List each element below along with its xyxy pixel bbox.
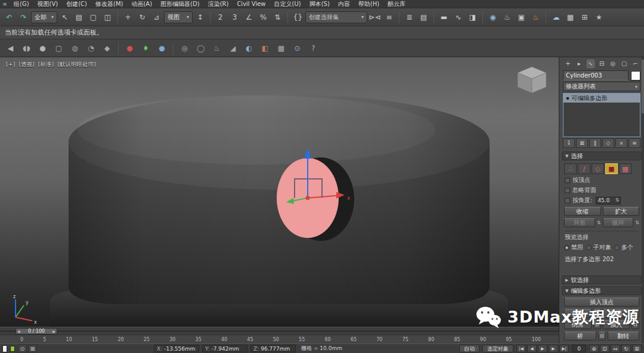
ribbon-toggle-icon[interactable]: ▬ [437, 10, 451, 24]
named-selection-sets-icon[interactable]: {} [291, 10, 305, 24]
menu-item[interactable]: 酷云库 [383, 0, 410, 8]
create-tab-icon[interactable]: ▸ [575, 60, 583, 68]
capsule-primitive-icon[interactable]: ◖◗ [19, 41, 34, 55]
angle-value-field[interactable]: 45.0 ⇅ [596, 197, 621, 205]
sphere-primitive-icon[interactable]: ● [35, 41, 50, 55]
object-color-swatch[interactable] [631, 71, 640, 80]
wedge-primitive-icon[interactable]: ◢ [225, 41, 240, 55]
lock-selection-icon[interactable]: ⊠ [28, 345, 37, 352]
render-production-icon[interactable]: ♨ [529, 10, 543, 24]
menu-item[interactable]: 组(G) [10, 0, 33, 8]
stand-ball-icon[interactable]: ⊙ [290, 41, 305, 55]
viewport-menu-shading[interactable]: [默认明暗处理] [57, 61, 95, 69]
redo-icon[interactable]: ↷ [17, 10, 30, 24]
menu-item[interactable]: 自定义(U) [270, 0, 305, 8]
show-end-result-icon[interactable]: ∥ [589, 138, 601, 148]
ring-spinner-icon[interactable]: ⇅ [597, 221, 601, 225]
element-subobject-icon[interactable]: ▩ [619, 163, 631, 174]
bridge-settings-button[interactable] [598, 332, 606, 340]
spindle-primitive-icon[interactable]: ◆ [100, 41, 114, 55]
red-marker-icon[interactable]: ● [122, 41, 137, 55]
utilities-tab-icon[interactable]: ⌐ [631, 60, 639, 68]
teapot-primitive-icon[interactable]: ♨ [209, 41, 224, 55]
display-tab-icon[interactable]: ▢ [620, 60, 628, 68]
modifier-list-dropdown[interactable]: 修改器列表 ▾ [563, 82, 640, 91]
layer-explorer-icon[interactable]: ▤ [417, 10, 431, 24]
snap-3d-icon[interactable]: 3 [228, 10, 242, 24]
material-editor-icon[interactable]: ◉ [486, 10, 500, 24]
loop-spinner-icon[interactable]: ⇅ [635, 221, 639, 225]
current-frame-field[interactable]: 0 [572, 345, 586, 352]
configure-stack-icon[interactable]: ≡ [628, 138, 640, 148]
grow-button[interactable]: 扩大 [603, 207, 640, 216]
by-angle-checkbox[interactable] [565, 198, 570, 203]
render-setup-icon[interactable]: ♨ [500, 10, 514, 24]
z-coordinate-field[interactable]: Z: 96.777mm [250, 345, 296, 352]
perspective-viewport[interactable]: x x y z [+][透视][标准][默认 [0, 57, 559, 327]
zoom-extents-icon[interactable]: ⊡ [600, 345, 609, 352]
select-move-icon[interactable]: + [121, 10, 135, 24]
time-slider-track[interactable] [0, 330, 559, 332]
ring-primitive-icon[interactable]: ◎ [177, 41, 192, 55]
pillow-primitive-icon[interactable]: ▢ [51, 41, 66, 55]
grid-primitive-icon[interactable]: ▦ [274, 41, 289, 55]
preview-off-radio[interactable] [564, 245, 569, 250]
play-button[interactable]: ▶ [538, 345, 547, 352]
menu-item[interactable]: 图形编辑器(D) [156, 0, 204, 8]
object-name-field[interactable]: Cylinder003 [563, 70, 628, 80]
schematic-view-icon[interactable]: ◨ [466, 10, 479, 24]
maxscript-mini-listener[interactable] [2, 345, 7, 352]
named-selection-sets-combo[interactable]: 创建选择集 ▾ [305, 11, 367, 23]
menu-item[interactable]: 渲染(R) [204, 0, 233, 8]
panel-plus-icon[interactable]: + [564, 60, 572, 68]
menu-item[interactable]: 修改器(M) [91, 0, 127, 8]
zoom-icon[interactable]: ⊕ [589, 345, 599, 352]
collapse-toolbar-icon[interactable]: ◀ [3, 41, 18, 55]
prev-frame-icon[interactable]: ◀ [17, 329, 20, 333]
spinner-arrows-icon[interactable]: ⇅ [615, 198, 620, 203]
cloud-render-icon[interactable]: ☁ [549, 10, 563, 24]
ring-button[interactable]: 环形 [564, 218, 595, 227]
ignore-backfacing-checkbox[interactable] [565, 188, 570, 193]
scene-explorer-icon[interactable]: ≣ [402, 10, 416, 24]
curve-editor-icon[interactable]: ∿ [451, 10, 465, 24]
make-unique-icon[interactable]: ◇ [602, 138, 614, 148]
preview-subobject-radio[interactable] [586, 245, 592, 250]
ball-primitive-icon[interactable]: ◍ [67, 41, 82, 55]
reference-coordinate-dropdown[interactable]: 视图 ▾ [164, 11, 193, 23]
track-bar[interactable]: 0510152025303540455055606570758085909510… [0, 335, 559, 343]
stack-item-editable-poly[interactable]: ▪ 可编辑多边形 [564, 94, 640, 103]
selected-filter-button[interactable]: 选定对象 [482, 345, 513, 352]
panel-scrollbar[interactable] [642, 57, 644, 343]
material-pair-icon[interactable]: ◧ [258, 41, 273, 55]
rendered-frame-icon[interactable]: ▣ [515, 10, 528, 24]
preview-multiple-radio[interactable] [614, 245, 620, 250]
select-by-name-icon[interactable]: ▤ [72, 10, 86, 24]
y-coordinate-field[interactable]: Y: -7.942mm [202, 345, 247, 352]
prev-frame-button[interactable]: ◀ [527, 345, 537, 352]
selection-rollout-header[interactable]: ▼ 选择 [562, 151, 642, 160]
remove-modifier-icon[interactable]: × [615, 138, 627, 148]
go-start-button[interactable]: |◀ [516, 345, 526, 352]
select-object-icon[interactable]: ↖ [58, 10, 72, 24]
viewcube[interactable] [518, 67, 546, 93]
selection-filter-dropdown[interactable]: 全部 ▾ [31, 11, 57, 23]
vertex-subobject-icon[interactable]: ∴ [564, 163, 577, 174]
pan-icon[interactable]: ↔ [611, 345, 620, 352]
soft-selection-rollout-header[interactable]: ▶ 软选择 [562, 275, 642, 284]
undo-icon[interactable]: ↶ [2, 10, 16, 24]
window-crossing-icon[interactable]: ◫ [101, 10, 114, 24]
globe-primitive-icon[interactable]: ◐ [242, 41, 256, 55]
select-manipulate-icon[interactable]: ↕ [193, 10, 207, 24]
spinner-snap-icon[interactable]: ⇅ [271, 10, 284, 24]
selection-region-icon[interactable]: ▢ [86, 10, 100, 24]
workspace-icon[interactable]: ★ [592, 10, 606, 24]
bridge-button[interactable]: 桥 [564, 332, 596, 340]
asset-library-icon[interactable]: ▦ [564, 10, 577, 24]
maximize-viewport-icon[interactable]: ⊞ [632, 345, 642, 352]
menu-item[interactable]: 脚本(S) [305, 0, 334, 8]
viewport-menu-pov[interactable]: [透视] [18, 61, 34, 69]
align-icon[interactable]: ≡ [382, 10, 396, 24]
hierarchy-tab-icon[interactable]: ⊟ [598, 60, 606, 68]
percent-snap-icon[interactable]: % [256, 10, 270, 24]
